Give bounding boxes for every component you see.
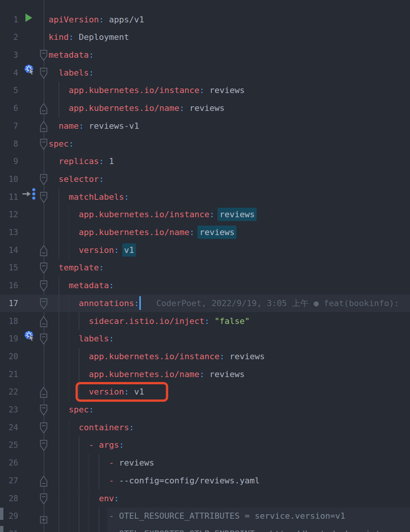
code-text[interactable]: template: [49, 259, 104, 277]
token-sp [49, 405, 69, 414]
fold-start-icon[interactable] [40, 174, 47, 185]
run-icon[interactable] [25, 13, 33, 22]
code-text[interactable]: version: v1 [49, 242, 134, 259]
code-text[interactable]: matchLabels: [49, 188, 129, 206]
line-number[interactable]: 13 [0, 224, 18, 242]
code-text[interactable]: app.kubernetes.io/name: reviews [49, 224, 235, 242]
code-text[interactable]: app.kubernetes.io/name: reviews [49, 366, 245, 384]
code-text[interactable]: app.kubernetes.io/name: reviews [49, 99, 225, 117]
line-number[interactable]: 1 [0, 11, 18, 29]
token-key: metadata [49, 50, 89, 60]
code-line: 22 version: v1 [0, 383, 410, 401]
code-text[interactable]: containers: [49, 419, 134, 437]
code-text[interactable]: labels: [49, 330, 114, 348]
kubernetes-apply-icon[interactable] [24, 330, 35, 341]
line-number[interactable]: 26 [0, 454, 18, 472]
line-number[interactable]: 4 [0, 64, 18, 82]
token-sp [49, 245, 79, 255]
token-colon: : [114, 245, 119, 255]
line-number[interactable]: 15 [0, 259, 18, 277]
code-text[interactable]: labels: [49, 64, 94, 82]
line-number[interactable]: 9 [0, 153, 18, 170]
fold-start-icon[interactable] [40, 280, 47, 292]
code-text[interactable]: name: reviews-v1 [49, 117, 139, 135]
kubernetes-apply-icon[interactable] [24, 64, 35, 76]
code-text[interactable]: selector: [49, 170, 104, 188]
token-val: reviews [184, 103, 225, 113]
line-number[interactable]: 7 [0, 117, 18, 135]
navigate-related-icon[interactable] [21, 187, 37, 201]
code-text[interactable]: spec: [49, 135, 74, 153]
line-number[interactable]: 2 [0, 28, 18, 46]
line-number[interactable]: 10 [0, 170, 18, 188]
token-key: replicas [59, 156, 99, 166]
fold-start-icon[interactable] [40, 262, 47, 274]
code-text[interactable]: apiVersion: apps/v1 [49, 11, 144, 29]
token-sp [49, 121, 59, 131]
line-number[interactable]: 21 [0, 366, 18, 384]
fold-start-icon[interactable] [40, 68, 47, 79]
line-number[interactable]: 8 [0, 135, 18, 153]
fold-end-icon[interactable] [40, 387, 47, 398]
token-sp [194, 227, 199, 237]
line-number[interactable]: 6 [0, 99, 18, 117]
token-colon: : [219, 352, 224, 361]
token-key: sidecar.istio.io/inject [89, 316, 205, 326]
token-key: app.kubernetes.io/name [89, 369, 199, 379]
code-text[interactable]: app.kubernetes.io/instance: reviews [49, 82, 245, 99]
code-text[interactable]: kind: Deployment [49, 28, 129, 46]
line-number[interactable]: 20 [0, 348, 18, 366]
fold-end-icon[interactable] [40, 103, 47, 114]
code-text[interactable]: env: [49, 490, 119, 508]
fold-start-icon[interactable] [40, 50, 47, 61]
fold-start-icon[interactable] [40, 139, 47, 150]
fold-start-icon[interactable] [40, 440, 47, 451]
line-number[interactable]: 27 [0, 472, 18, 490]
code-text[interactable]: - OTEL_RESOURCE_ATTRIBUTES = service.ver… [49, 507, 345, 525]
token-colon: : [119, 440, 124, 450]
token-sp [49, 281, 69, 290]
fold-start-icon[interactable] [40, 298, 47, 309]
code-text[interactable]: annotations:CoderPoet, 2022/9/19, 3:05 上… [49, 295, 399, 313]
code-text[interactable]: app.kubernetes.io/instance: reviews [49, 348, 265, 366]
token-key: app.kubernetes.io/instance [79, 210, 209, 219]
fold-start-icon[interactable] [40, 404, 47, 416]
line-number[interactable]: 12 [0, 206, 18, 224]
code-text[interactable]: replicas: 1 [49, 153, 114, 170]
fold-start-icon[interactable] [40, 192, 47, 203]
line-number[interactable]: 5 [0, 82, 18, 99]
fold-end-icon[interactable] [40, 475, 47, 487]
line-number[interactable]: 17 [0, 295, 18, 313]
fold-start-icon[interactable] [40, 333, 47, 345]
fold-collapsed-icon[interactable] [40, 516, 47, 524]
token-sp [49, 227, 79, 237]
line-number[interactable]: 3 [0, 46, 18, 64]
line-number[interactable]: 28 [0, 490, 18, 508]
code-text[interactable]: metadata: [49, 277, 114, 295]
code-text[interactable]: sidecar.istio.io/inject: "false" [49, 313, 250, 330]
code-text[interactable]: metadata: [49, 46, 94, 64]
fold-start-icon[interactable] [40, 493, 47, 505]
line-number[interactable]: 16 [0, 277, 18, 295]
token-val: reviews [119, 458, 154, 467]
line-number[interactable]: 25 [0, 436, 18, 454]
fold-end-icon[interactable] [40, 316, 47, 327]
line-number[interactable]: 22 [0, 383, 18, 401]
code-text[interactable]: app.kubernetes.io/instance: reviews [49, 206, 255, 224]
line-number[interactable]: 18 [0, 313, 18, 330]
token-key: annotations [79, 298, 134, 308]
code-text[interactable]: spec: [49, 401, 94, 419]
code-text[interactable]: - args: [49, 436, 124, 454]
code-text[interactable]: - --config=config/reviews.yaml [49, 472, 260, 490]
fold-end-icon[interactable] [40, 245, 47, 256]
line-number[interactable]: 14 [0, 242, 18, 259]
line-number[interactable]: 24 [0, 419, 18, 437]
line-number[interactable]: 19 [0, 330, 18, 348]
code-text[interactable]: - reviews [49, 454, 154, 472]
code-line: 6 app.kubernetes.io/name: reviews [0, 99, 410, 117]
line-number[interactable]: 23 [0, 401, 18, 419]
code-text[interactable]: - OTEL_EXPORTER_OTLP_ENDPOINT = http://h… [49, 525, 396, 532]
line-number[interactable]: 11 [0, 188, 18, 206]
fold-end-icon[interactable] [40, 121, 47, 132]
fold-start-icon[interactable] [40, 422, 47, 434]
